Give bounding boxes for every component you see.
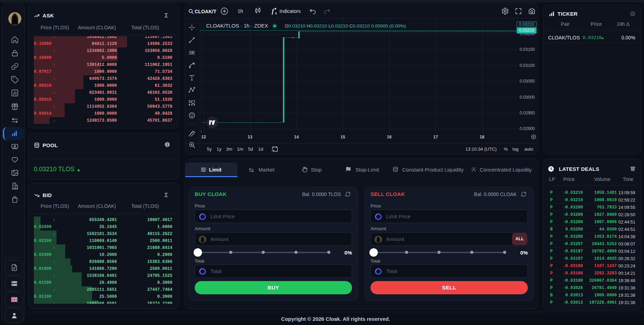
svg-text:f: f — [272, 8, 275, 15]
svg-text:×: × — [275, 12, 277, 15]
